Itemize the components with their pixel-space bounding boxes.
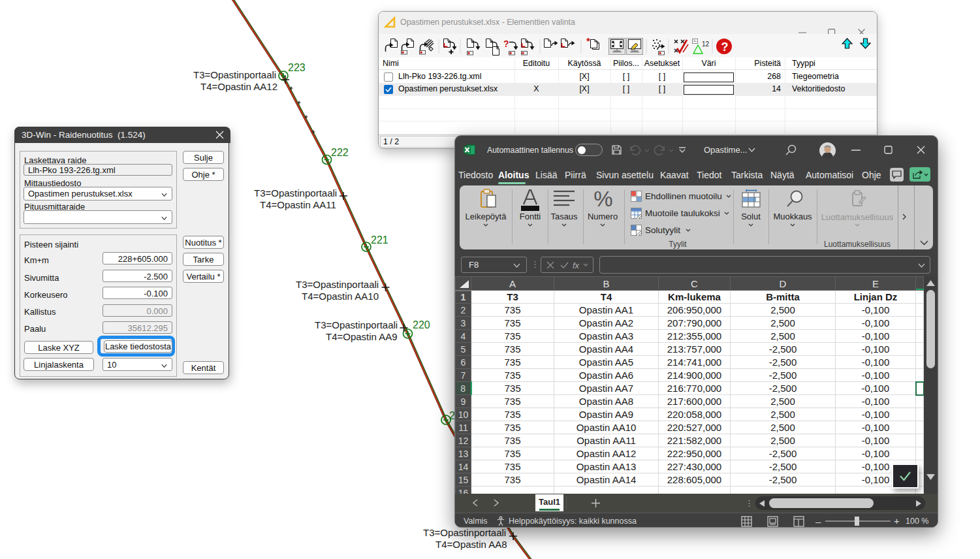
svg-text:?: ? <box>721 40 729 54</box>
svg-text:*: * <box>586 37 590 46</box>
svg-text:?: ? <box>503 39 509 49</box>
svg-text:12: 12 <box>702 40 710 48</box>
svg-text:fx: fx <box>573 261 580 270</box>
